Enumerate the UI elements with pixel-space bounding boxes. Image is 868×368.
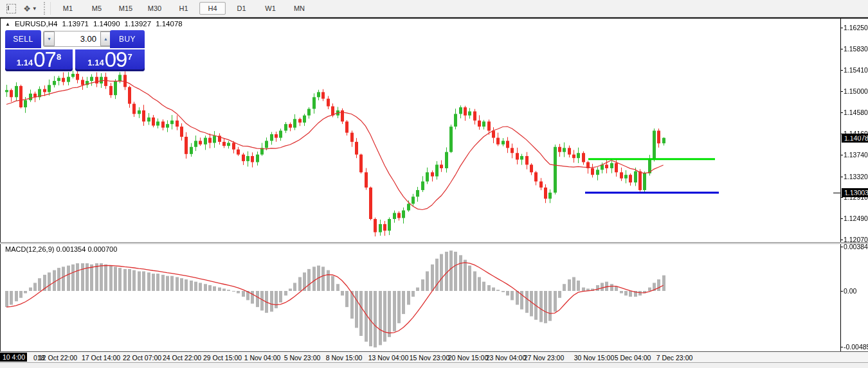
sell-price-panel[interactable]: 1.14 07 8 [5,49,73,71]
buy-button[interactable]: BUY [110,30,145,48]
tab-m30[interactable]: M30 [141,2,168,15]
sell-price-prefix: 1.14 [17,57,33,69]
one-click-trading-panel: SELL ▼ ▲ BUY 1.14 07 8 1.14 09 7 [5,30,145,72]
macd-indicator-canvas[interactable] [0,244,868,351]
ohlc-high: 1.14090 [93,20,120,28]
tab-h4[interactable]: H4 [199,2,226,15]
buy-price-pip: 7 [127,54,132,60]
panel-collapse-icon[interactable]: ▲ [5,21,10,27]
tab-mn[interactable]: MN [286,2,312,15]
text-box-tool-icon[interactable] [3,1,19,15]
price-axis-label: 1.12490 [844,215,868,222]
tab-m5[interactable]: M5 [84,2,110,15]
terminal-window: ❖▼ M1 M5 M15 M30 H1 H4 D1 W1 MN ▲ EURUSD… [0,0,868,368]
status-strip [0,362,868,368]
toolbar: ❖▼ M1 M5 M15 M30 H1 H4 D1 W1 MN [0,0,868,17]
tab-d1[interactable]: D1 [228,2,255,15]
sell-price-big: 07 [33,50,56,69]
tab-m15[interactable]: M15 [113,2,139,15]
time-axis-label: 13 Nov 04:00 [368,354,408,362]
chevron-down-icon: ▼ [32,6,37,12]
ohlc-open: 1.13971 [62,20,89,28]
time-axis-label: 23 Nov 04:00 [486,354,526,362]
symbol-label: EURUSD,H4 [15,20,57,28]
sell-price-pip: 8 [57,54,61,60]
macd-axis-label: 0.00 [844,287,856,295]
time-cursor-badge: 10 4:00 [0,353,27,362]
ohlc-close: 1.14078 [156,20,183,28]
time-axis-label: 5 Dec 04:00 [615,354,651,362]
price-axis-label: 1.13320 [844,173,868,180]
macd-label: MACD(12,26,9) 0.001354 0.000700 [5,245,117,253]
sell-button[interactable]: SELL [5,30,41,48]
time-axis-label: 17 Oct 14:00 [82,354,120,362]
time-axis-label: 20 Nov 15:00 [448,354,488,362]
price-axis-label: 1.14580 [844,109,868,116]
ohlc-low: 1.13927 [125,20,152,28]
tab-h1[interactable]: H1 [170,2,197,15]
time-axis-label: 22 Oct 07:00 [123,354,161,362]
arrows-tool-icon[interactable]: ❖▼ [22,1,39,15]
time-axis-label: 7 Dec 23:00 [656,354,693,362]
time-axis-label: 27 Nov 23:00 [524,354,564,362]
price-axis-label: 1.14160 [844,130,868,137]
time-axis-label: 8 Nov 15:00 [326,354,363,362]
price-axis-label: 1.15000 [844,87,868,95]
price-axis-label: 1.15410 [844,66,868,74]
volume-stepper: ▼ ▲ [43,31,112,47]
macd-axis-label: 0.003847 [844,243,868,250]
buy-price-prefix: 1.14 [87,57,104,69]
price-axis-label: 1.15830 [844,45,868,53]
macd-axis-label: -0.004856 [844,343,868,351]
time-axis-label: 29 Oct 15:00 [203,354,242,362]
buy-price-big: 09 [105,50,127,69]
time-axis-label: 1 Nov 04:00 [244,354,281,362]
time-axis-label: 12 Oct 22:00 [39,354,77,362]
chart-header: ▲ EURUSD,H4 1.13971 1.14090 1.13927 1.14… [5,20,183,28]
time-axis-label: 30 Nov 15:00 [574,354,614,362]
toolbar-separator [44,2,51,15]
time-axis-label: 24 Oct 22:00 [163,354,201,362]
price-axis-label: 1.12910 [844,193,868,201]
volume-input[interactable] [55,31,100,46]
time-axis-label: 5 Nov 23:00 [284,354,321,362]
price-axis-label: 1.13740 [844,151,868,159]
tab-w1[interactable]: W1 [257,2,284,15]
time-axis-label: 15 Nov 23:00 [410,354,449,362]
volume-decrease-icon[interactable]: ▼ [44,31,55,46]
buy-price-panel[interactable]: 1.14 09 7 [75,49,145,71]
price-axis-label: 1.16250 [844,24,868,31]
tab-m1[interactable]: M1 [55,2,81,15]
